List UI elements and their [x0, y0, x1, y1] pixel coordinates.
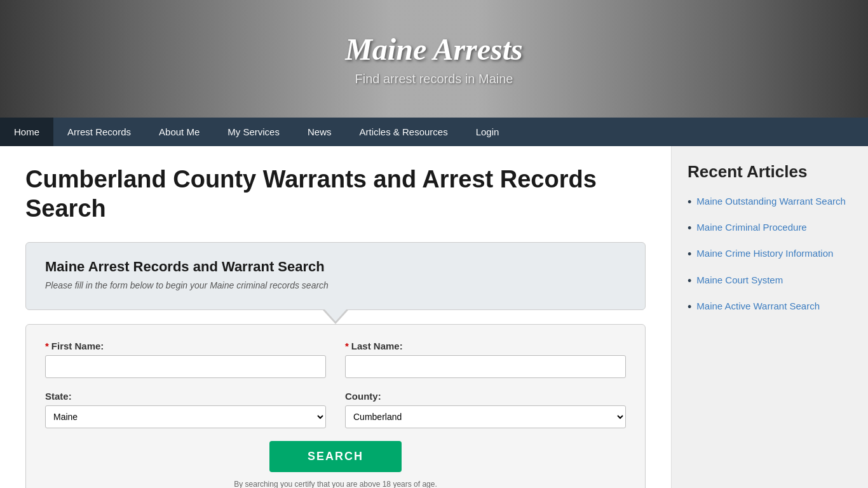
bullet-icon: •: [688, 299, 691, 315]
form-box-title: Maine Arrest Records and Warrant Search: [45, 259, 626, 275]
sidebar-link-criminal-procedure[interactable]: Maine Criminal Procedure: [696, 220, 806, 234]
bullet-icon: •: [688, 273, 691, 289]
nav-item-about-me[interactable]: About Me: [145, 118, 214, 146]
sidebar: Recent Articles • Maine Outstanding Warr…: [671, 146, 868, 488]
first-name-input[interactable]: [45, 355, 326, 378]
nav-item-arrest-records[interactable]: Arrest Records: [53, 118, 145, 146]
list-item: • Maine Crime History Information: [688, 247, 852, 262]
list-item: • Maine Outstanding Warrant Search: [688, 194, 852, 210]
sidebar-title: Recent Articles: [688, 162, 852, 182]
page-title: Cumberland County Warrants and Arrest Re…: [25, 165, 646, 223]
county-select[interactable]: Cumberland York Kennebec Penobscot Andro…: [345, 405, 626, 428]
first-name-group: *First Name:: [45, 341, 326, 378]
navbar: Home Arrest Records About Me My Services…: [0, 118, 868, 146]
first-name-required: *: [45, 341, 49, 351]
bullet-icon: •: [688, 247, 691, 262]
nav-item-home[interactable]: Home: [0, 118, 53, 146]
sidebar-list: • Maine Outstanding Warrant Search • Mai…: [688, 194, 852, 315]
bullet-icon: •: [688, 220, 691, 236]
bullet-icon: •: [688, 194, 691, 210]
last-name-input[interactable]: [345, 355, 626, 378]
header-center: Maine Arrests Find arrest records in Mai…: [345, 32, 523, 86]
site-header: Maine Arrests Find arrest records in Mai…: [0, 0, 868, 118]
list-item: • Maine Active Warrant Search: [688, 299, 852, 315]
list-item: • Maine Court System: [688, 273, 852, 289]
site-subtitle: Find arrest records in Maine: [345, 72, 523, 86]
search-btn-row: SEARCH: [45, 441, 626, 472]
main-layout: Cumberland County Warrants and Arrest Re…: [0, 146, 868, 488]
last-name-label: *Last Name:: [345, 341, 626, 351]
last-name-required: *: [345, 341, 349, 351]
form-box-subtitle: Please fill in the form below to begin y…: [45, 280, 626, 290]
nav-item-my-services[interactable]: My Services: [214, 118, 294, 146]
sidebar-link-active-warrant[interactable]: Maine Active Warrant Search: [696, 299, 820, 313]
sidebar-link-court-system[interactable]: Maine Court System: [696, 273, 783, 287]
county-group: County: Cumberland York Kennebec Penobsc…: [345, 391, 626, 428]
state-group: State: Maine New Hampshire Vermont Massa…: [45, 391, 326, 428]
last-name-group: *Last Name:: [345, 341, 626, 378]
sidebar-link-outstanding-warrant[interactable]: Maine Outstanding Warrant Search: [696, 194, 846, 208]
search-button[interactable]: SEARCH: [269, 441, 402, 472]
location-row: State: Maine New Hampshire Vermont Massa…: [45, 391, 626, 428]
site-title: Maine Arrests: [345, 32, 523, 67]
content-area: Cumberland County Warrants and Arrest Re…: [0, 146, 671, 488]
state-select[interactable]: Maine New Hampshire Vermont Massachusett…: [45, 405, 326, 428]
nav-item-articles-resources[interactable]: Articles & Resources: [345, 118, 461, 146]
search-form: *First Name: *Last Name: State: Maine: [25, 324, 646, 488]
form-header-box: Maine Arrest Records and Warrant Search …: [25, 242, 646, 310]
sidebar-link-crime-history[interactable]: Maine Crime History Information: [696, 247, 833, 260]
nav-item-login[interactable]: Login: [462, 118, 513, 146]
name-row: *First Name: *Last Name:: [45, 341, 626, 378]
nav-item-news[interactable]: News: [294, 118, 346, 146]
state-label: State:: [45, 391, 326, 402]
county-label: County:: [345, 391, 626, 402]
form-disclaimer: By searching you certify that you are ab…: [45, 480, 626, 488]
first-name-label: *First Name:: [45, 341, 326, 351]
form-arrow: [323, 310, 348, 324]
list-item: • Maine Criminal Procedure: [688, 220, 852, 236]
